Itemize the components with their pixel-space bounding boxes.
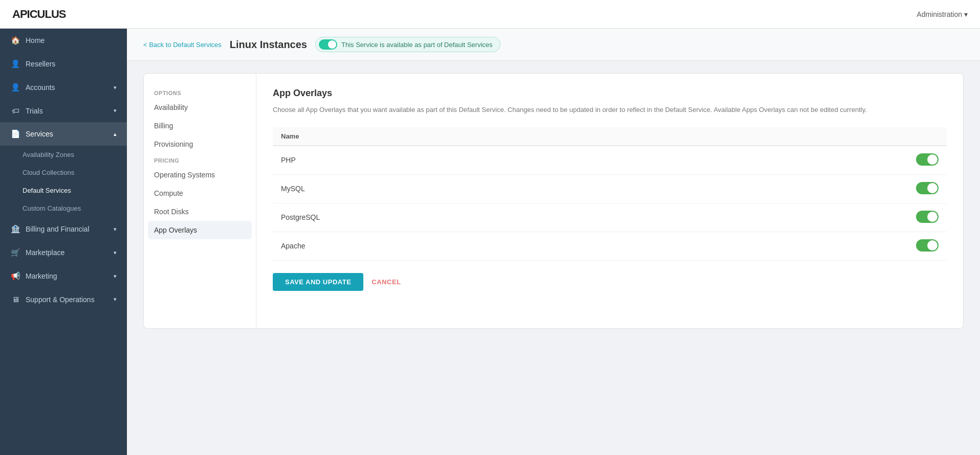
table-header-toggle	[669, 127, 947, 146]
nav-item-billing[interactable]: Billing	[144, 117, 256, 135]
marketplace-icon: 🛒	[10, 248, 20, 257]
main-layout: 🏠 Home 👤 Resellers 👤 Accounts ▾ 🏷 Trials…	[0, 29, 980, 455]
admin-chevron-icon: ▾	[964, 10, 968, 18]
pricing-section-label: PRICING	[144, 153, 256, 166]
toggle-cell	[669, 203, 947, 232]
sidebar-sub-custom-catalogues[interactable]: Custom Catalogues	[0, 199, 127, 217]
sidebar: 🏠 Home 👤 Resellers 👤 Accounts ▾ 🏷 Trials…	[0, 29, 127, 455]
cancel-button[interactable]: CANCEL	[372, 278, 401, 286]
overlay-name: MySQL	[273, 174, 669, 203]
marketing-icon: 📢	[10, 271, 20, 281]
overlay-toggle-apache[interactable]	[916, 239, 939, 252]
service-availability-badge: This Service is available as part of Def…	[315, 37, 500, 52]
content-area: < Back to Default Services Linux Instanc…	[127, 29, 980, 455]
nav-item-compute[interactable]: Compute	[144, 184, 256, 202]
panel: OPTIONS Availability Billing Provisionin…	[143, 73, 964, 329]
sidebar-item-home[interactable]: 🏠 Home	[0, 29, 127, 52]
options-section-label: OPTIONS	[144, 86, 256, 98]
sidebar-item-billing[interactable]: 🏦 Billing and Financial ▾	[0, 217, 127, 241]
table-row: MySQL	[273, 174, 947, 203]
admin-label: Administration	[917, 10, 962, 18]
nav-item-app-overlays[interactable]: App Overlays	[148, 221, 252, 239]
table-row: PHP	[273, 146, 947, 175]
table-row: PostgreSQL	[273, 203, 947, 232]
sidebar-item-label: Accounts	[26, 83, 55, 92]
sidebar-sub-default-services[interactable]: Default Services	[0, 181, 127, 199]
save-button[interactable]: SAVE AND UPDATE	[273, 273, 363, 291]
badge-text: This Service is available as part of Def…	[341, 41, 493, 49]
content-title: App Overlays	[273, 88, 947, 99]
services-icon: 📄	[10, 129, 20, 139]
button-row: SAVE AND UPDATE CANCEL	[273, 273, 947, 291]
overlay-toggle-php[interactable]	[916, 153, 939, 166]
service-toggle[interactable]	[319, 39, 337, 50]
sidebar-sub-availability-zones[interactable]: Availability Zones	[0, 146, 127, 164]
chevron-down-icon: ▾	[114, 296, 117, 303]
sidebar-item-marketplace[interactable]: 🛒 Marketplace ▾	[0, 241, 127, 264]
sidebar-item-label: Marketplace	[26, 248, 64, 257]
sidebar-item-label: Trials	[26, 107, 43, 115]
resellers-icon: 👤	[10, 59, 20, 69]
breadcrumb-bar: < Back to Default Services Linux Instanc…	[127, 29, 980, 61]
chevron-down-icon: ▾	[114, 249, 117, 256]
sidebar-sub-cloud-collections[interactable]: Cloud Collections	[0, 164, 127, 181]
table-row: Apache	[273, 232, 947, 260]
nav-item-provisioning[interactable]: Provisioning	[144, 135, 256, 153]
billing-icon: 🏦	[10, 224, 20, 234]
back-link[interactable]: < Back to Default Services	[143, 41, 222, 49]
overlay-name: PostgreSQL	[273, 203, 669, 232]
overlay-toggle-postgresql[interactable]	[916, 211, 939, 223]
sidebar-item-label: Resellers	[26, 60, 55, 68]
overlay-toggle-mysql[interactable]	[916, 182, 939, 194]
overlay-table: Name PHP MySQL PostgreSQL	[273, 127, 947, 261]
overlay-name: PHP	[273, 146, 669, 175]
sidebar-item-support[interactable]: 🖥 Support & Operations ▾	[0, 288, 127, 311]
home-icon: 🏠	[10, 36, 20, 45]
content-description: Choose all App Overlays that you want av…	[273, 105, 947, 115]
overlay-name: Apache	[273, 232, 669, 260]
panel-area: OPTIONS Availability Billing Provisionin…	[127, 61, 980, 455]
page-title: Linux Instances	[230, 39, 307, 51]
accounts-icon: 👤	[10, 83, 20, 92]
sidebar-item-trials[interactable]: 🏷 Trials ▾	[0, 99, 127, 122]
sidebar-item-label: Services	[26, 130, 53, 138]
sidebar-item-services[interactable]: 📄 Services ▴	[0, 122, 127, 146]
chevron-down-icon: ▾	[114, 273, 117, 280]
support-icon: 🖥	[10, 295, 20, 304]
sidebar-item-marketing[interactable]: 📢 Marketing ▾	[0, 264, 127, 288]
sidebar-item-label: Home	[26, 36, 45, 44]
sidebar-item-resellers[interactable]: 👤 Resellers	[0, 52, 127, 76]
admin-menu[interactable]: Administration ▾	[917, 10, 968, 18]
nav-item-operating-systems[interactable]: Operating Systems	[144, 166, 256, 184]
sidebar-item-label: Billing and Financial	[26, 225, 90, 233]
nav-item-root-disks[interactable]: Root Disks	[144, 202, 256, 221]
table-header-name: Name	[273, 127, 669, 146]
panel-nav: OPTIONS Availability Billing Provisionin…	[144, 74, 256, 328]
sidebar-item-label: Marketing	[26, 272, 57, 280]
toggle-cell	[669, 232, 947, 260]
chevron-down-icon: ▾	[114, 84, 117, 91]
sidebar-item-label: Support & Operations	[26, 295, 95, 304]
topbar: APICULUS Administration ▾	[0, 0, 980, 29]
toggle-cell	[669, 174, 947, 203]
trials-icon: 🏷	[10, 106, 20, 115]
chevron-up-icon: ▴	[114, 131, 117, 138]
chevron-down-icon: ▾	[114, 226, 117, 233]
chevron-down-icon: ▾	[114, 107, 117, 114]
nav-item-availability[interactable]: Availability	[144, 98, 256, 117]
sidebar-item-accounts[interactable]: 👤 Accounts ▾	[0, 76, 127, 99]
toggle-cell	[669, 146, 947, 175]
panel-content: App Overlays Choose all App Overlays tha…	[256, 74, 963, 328]
logo: APICULUS	[12, 8, 66, 21]
